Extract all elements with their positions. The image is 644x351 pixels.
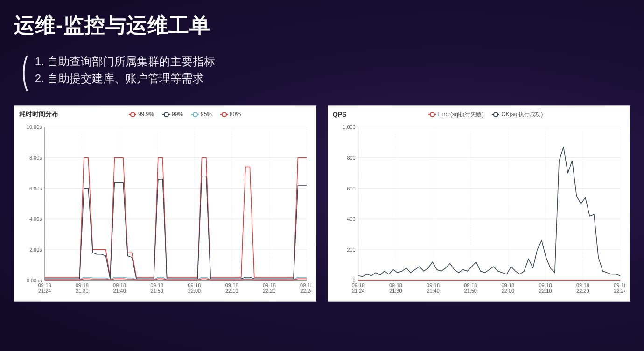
svg-text:09-18: 09-18 <box>501 282 514 288</box>
chart-title: 耗时时间分布 <box>19 110 58 119</box>
svg-text:400: 400 <box>347 216 355 222</box>
bracket-decoration: ( <box>22 56 28 84</box>
chart-legend: 99.9%99%95%80% <box>58 111 311 118</box>
svg-text:800: 800 <box>347 155 355 161</box>
svg-text:22:10: 22:10 <box>225 288 238 294</box>
legend-item: 99% <box>162 111 183 118</box>
svg-text:21:24: 21:24 <box>352 288 364 294</box>
legend-item: 99.9% <box>129 111 154 118</box>
chart-plot-area: 0.00us2.00s4.00s6.00s8.00s10.00s09-1821:… <box>19 120 311 299</box>
legend-item: 95% <box>191 111 212 118</box>
svg-text:22:00: 22:00 <box>188 288 201 294</box>
svg-text:09-18: 09-18 <box>464 282 477 288</box>
svg-text:21:40: 21:40 <box>113 288 126 294</box>
svg-text:8.00s: 8.00s <box>29 155 42 161</box>
legend-label: 99% <box>172 111 183 118</box>
legend-item: OK(sql执行成功) <box>492 111 543 119</box>
svg-text:09-18: 09-18 <box>614 282 625 288</box>
svg-text:09-18: 09-18 <box>150 282 163 288</box>
svg-text:4.00s: 4.00s <box>29 216 42 222</box>
svg-text:21:24: 21:24 <box>38 288 51 294</box>
svg-text:22:10: 22:10 <box>539 288 552 294</box>
legend-swatch-icon <box>428 112 436 116</box>
svg-text:2.00s: 2.00s <box>29 247 42 253</box>
bullet-item: 2. 自助提交建库、账户管理等需求 <box>35 70 216 87</box>
legend-label: 95% <box>201 111 212 118</box>
svg-text:09-18: 09-18 <box>427 282 440 288</box>
legend-swatch-icon <box>129 112 136 116</box>
svg-text:21:30: 21:30 <box>389 288 402 294</box>
svg-text:09-18: 09-18 <box>113 282 126 288</box>
svg-text:22:24: 22:24 <box>614 288 625 294</box>
bullet-item: 1. 自助查询部门所属集群的主要指标 <box>35 53 216 70</box>
legend-label: Error(sql执行失败) <box>438 111 483 119</box>
bullet-block: ( 1. 自助查询部门所属集群的主要指标 2. 自助提交建库、账户管理等需求 <box>19 53 630 87</box>
svg-text:21:50: 21:50 <box>151 288 163 294</box>
svg-text:09-18: 09-18 <box>225 282 238 288</box>
charts-row: 耗时时间分布 99.9%99%95%80% 0.00us2.00s4.00s6.… <box>14 105 630 302</box>
chart-header: QPS Error(sql执行失败)OK(sql执行成功) <box>333 109 625 120</box>
chart-panel-qps: QPS Error(sql执行失败)OK(sql执行成功) 0200400600… <box>328 105 630 302</box>
svg-text:1,000: 1,000 <box>343 124 355 130</box>
chart-panel-latency: 耗时时间分布 99.9%99%95%80% 0.00us2.00s4.00s6.… <box>14 105 316 302</box>
chart-title: QPS <box>333 111 347 118</box>
legend-swatch-icon <box>162 112 170 116</box>
svg-text:200: 200 <box>347 247 355 253</box>
bullet-list: 1. 自助查询部门所属集群的主要指标 2. 自助提交建库、账户管理等需求 <box>35 53 216 87</box>
legend-item: 80% <box>220 111 241 118</box>
svg-text:09-18: 09-18 <box>539 282 552 288</box>
svg-text:22:00: 22:00 <box>502 288 514 294</box>
svg-text:09-18: 09-18 <box>188 282 201 288</box>
svg-text:09-18: 09-18 <box>300 282 311 288</box>
svg-text:6.00s: 6.00s <box>29 185 42 191</box>
svg-text:22:20: 22:20 <box>576 288 589 294</box>
legend-swatch-icon <box>492 112 499 116</box>
svg-text:09-18: 09-18 <box>76 282 89 288</box>
svg-text:21:30: 21:30 <box>76 288 88 294</box>
legend-label: 80% <box>230 111 241 118</box>
legend-label: OK(sql执行成功) <box>501 111 543 119</box>
legend-swatch-icon <box>191 112 199 116</box>
svg-text:10.00s: 10.00s <box>27 124 42 130</box>
svg-text:09-18: 09-18 <box>38 282 51 288</box>
slide-title: 运维-监控与运维工单 <box>14 12 630 39</box>
chart-header: 耗时时间分布 99.9%99%95%80% <box>19 109 311 120</box>
svg-text:09-18: 09-18 <box>263 282 276 288</box>
chart-plot-area: 02004006008001,00009-1821:2409-1821:3009… <box>333 120 625 299</box>
svg-text:22:20: 22:20 <box>263 288 275 294</box>
legend-label: 99.9% <box>138 111 154 118</box>
svg-text:09-18: 09-18 <box>389 282 402 288</box>
svg-text:21:50: 21:50 <box>464 288 477 294</box>
svg-text:09-18: 09-18 <box>576 282 589 288</box>
chart-legend: Error(sql执行失败)OK(sql执行成功) <box>347 111 625 119</box>
svg-text:09-18: 09-18 <box>352 282 365 288</box>
legend-item: Error(sql执行失败) <box>428 111 483 119</box>
svg-text:21:40: 21:40 <box>427 288 439 294</box>
svg-text:600: 600 <box>347 185 355 191</box>
legend-swatch-icon <box>220 112 228 116</box>
svg-text:22:24: 22:24 <box>300 288 311 294</box>
